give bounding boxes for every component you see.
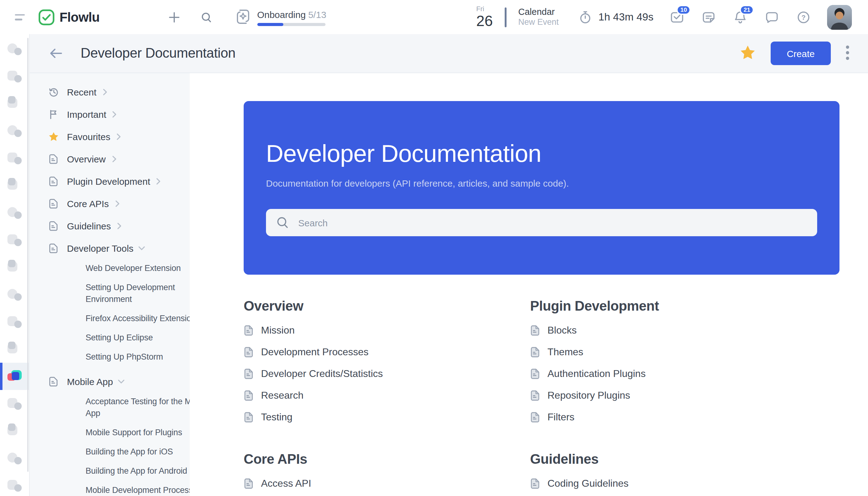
- global-search-button[interactable]: [198, 9, 215, 26]
- rail-item-toggles[interactable]: [0, 336, 30, 363]
- article-icon: [244, 412, 253, 422]
- sidebar-subitem[interactable]: Setting Up PhpStorm: [86, 351, 190, 363]
- article-link[interactable]: Access API: [244, 472, 530, 494]
- article-link[interactable]: Coding Guidelines: [530, 472, 839, 494]
- rail-item-person-flag[interactable]: [0, 90, 30, 117]
- brand[interactable]: Flowlu: [38, 9, 99, 25]
- article-icon: [244, 325, 253, 336]
- search-icon: [276, 216, 290, 229]
- create-button[interactable]: Create: [771, 42, 831, 65]
- notes-button[interactable]: [701, 9, 717, 25]
- calendar-widget[interactable]: Calendar New Event: [518, 6, 559, 28]
- sidebar-subitem[interactable]: Mobile Support for Plugins: [86, 427, 190, 438]
- quick-add-button[interactable]: [165, 9, 183, 26]
- new-event-link[interactable]: New Event: [518, 17, 559, 28]
- sidebar-item-label: Important: [67, 109, 106, 119]
- sidebar-subitem[interactable]: Setting Up Development Environment: [86, 281, 190, 305]
- sidebar-subitem[interactable]: Acceptance Testing for the Mobile App: [86, 396, 190, 419]
- sidebar-item-plugin-development[interactable]: Plugin Development: [48, 170, 190, 192]
- doc-sidebar: Recent Important Favourites: [30, 73, 190, 496]
- article-icon: [530, 346, 540, 357]
- rail-item-tree-up[interactable]: [0, 144, 30, 172]
- article-link[interactable]: Research: [244, 384, 530, 406]
- sidebar-item-important[interactable]: Important: [48, 103, 190, 125]
- article-link[interactable]: Blocks: [530, 319, 839, 341]
- hero-search-input[interactable]: [297, 217, 807, 229]
- chevron-icon: [117, 222, 122, 229]
- user-avatar[interactable]: [827, 5, 852, 29]
- sidebar-item-label: Favourites: [67, 131, 110, 142]
- sidebar-item-mobile-app[interactable]: Mobile App: [48, 370, 190, 392]
- onboarding-widget[interactable]: Onboarding5/13: [235, 8, 326, 26]
- sidebar-item-label: Overview: [67, 153, 106, 164]
- stopwatch-icon: [578, 10, 593, 25]
- rail-item-circle-overlap[interactable]: [0, 172, 30, 199]
- timer-value: 1h 43m 49s: [598, 11, 653, 23]
- back-button[interactable]: [47, 45, 64, 62]
- article-link[interactable]: Authentication Plugins: [530, 363, 839, 384]
- sidebar-item-recent[interactable]: Recent: [48, 81, 190, 103]
- document-icon: [48, 243, 59, 253]
- sidebar-item-favourites[interactable]: Favourites: [48, 125, 190, 148]
- sidebar-item-guidelines[interactable]: Guidelines: [48, 215, 190, 237]
- section-title: Overview: [244, 298, 530, 314]
- article-icon: [530, 390, 540, 401]
- article-link[interactable]: Repository Plugins: [530, 384, 839, 406]
- rail-item-gem[interactable]: [0, 390, 30, 417]
- sidebar-item-overview[interactable]: Overview: [48, 148, 190, 170]
- sidebar-subitem[interactable]: Building the App for iOS: [86, 446, 190, 458]
- sidebar-subitem[interactable]: Firefox Accessibility Extension: [86, 312, 190, 324]
- sidebar-subitem[interactable]: Web Developer Extension: [86, 262, 190, 274]
- more-options-button[interactable]: [846, 45, 849, 62]
- flag-icon: [48, 109, 59, 119]
- hero-search[interactable]: [266, 209, 817, 236]
- timer-widget[interactable]: 1h 43m 49s: [578, 10, 653, 25]
- rail-item-heart[interactable]: [0, 35, 30, 63]
- doc-section-overview: Overview Mission Development Processes D…: [244, 275, 530, 428]
- sidebar-subitem[interactable]: Building the App for Android: [86, 465, 190, 477]
- article-link[interactable]: Development Processes: [244, 341, 530, 363]
- document-icon: [48, 376, 59, 387]
- favorite-star-button[interactable]: [740, 45, 756, 62]
- rail-item-team[interactable]: [0, 253, 30, 281]
- article-link[interactable]: Themes: [530, 341, 839, 363]
- rail-item-layers[interactable]: [0, 417, 30, 445]
- document-icon: [48, 198, 59, 208]
- sidebar-subitem[interactable]: Mobile Development Process: [86, 484, 190, 496]
- article-link[interactable]: Mission: [244, 319, 530, 341]
- page-title: Developer Documentation: [81, 45, 236, 61]
- help-button[interactable]: ?: [795, 9, 811, 25]
- chat-button[interactable]: [764, 9, 780, 25]
- notifications-button[interactable]: 21: [732, 9, 748, 25]
- svg-text:?: ?: [801, 13, 805, 21]
- article-link[interactable]: Filters: [530, 406, 839, 428]
- article-link[interactable]: Testing: [244, 406, 530, 428]
- sidebar-subitem[interactable]: Setting Up Eclipse: [86, 332, 190, 343]
- rail-item-chat-ring[interactable]: [0, 117, 30, 144]
- chat-ring-icon: [7, 123, 22, 138]
- tree-up-icon: [7, 151, 22, 166]
- menu-toggle-button[interactable]: [11, 9, 29, 26]
- article-label: Themes: [547, 346, 584, 357]
- sidebar-item-core-apis[interactable]: Core APIs: [48, 192, 190, 215]
- rail-item-card-lines[interactable]: [0, 226, 30, 253]
- arrow-left-icon: [48, 47, 63, 60]
- article-label: Authentication Plugins: [547, 368, 646, 379]
- sidebar-item-developer-tools[interactable]: Developer Tools: [48, 237, 190, 259]
- upload-icon: [7, 314, 22, 329]
- rail-item-upload[interactable]: [0, 308, 30, 336]
- onboarding-icon: [235, 8, 251, 26]
- article-link[interactable]: Developer Credits/Statistics: [244, 363, 530, 384]
- rail-item-pencil-note[interactable]: [0, 199, 30, 226]
- date-widget[interactable]: Fri 26: [476, 5, 493, 29]
- top-bar-right: Fri 26 Calendar New Event 1h 43m 49s: [476, 5, 868, 29]
- rail-item-clock[interactable]: [0, 472, 30, 496]
- rail-item-knowledge-base[interactable]: [0, 363, 30, 390]
- app-window: Flowlu: [0, 0, 868, 496]
- rail-item-tasks-check[interactable]: [0, 63, 30, 90]
- rail-item-user-loop[interactable]: [0, 281, 30, 308]
- mail-button[interactable]: 10: [669, 9, 685, 25]
- rail-item-user[interactable]: [0, 445, 30, 472]
- article-label: Coding Guidelines: [547, 478, 629, 489]
- doc-section-plugin-development: Plugin Development Blocks Themes Authent…: [530, 275, 839, 428]
